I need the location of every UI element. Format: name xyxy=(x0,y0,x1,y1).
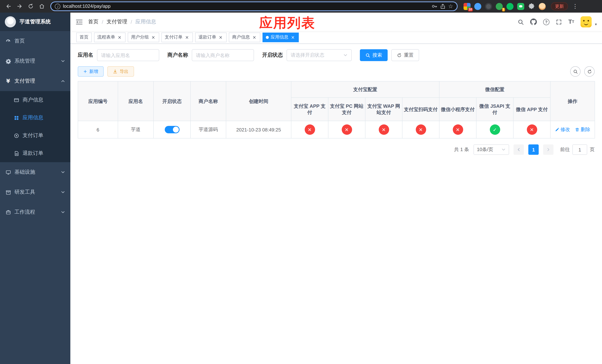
reset-button[interactable]: 重置 xyxy=(391,49,419,61)
page-size-select[interactable]: 10条/页 xyxy=(473,144,509,155)
app-name-input[interactable] xyxy=(97,49,159,61)
close-icon[interactable]: × xyxy=(218,35,223,40)
tab-refund-orders[interactable]: 退款订单 × xyxy=(195,32,226,42)
status-toggle[interactable] xyxy=(165,126,179,133)
search-button[interactable]: 搜索 xyxy=(360,49,388,61)
search-icon[interactable] xyxy=(517,19,524,25)
fullscreen-icon[interactable] xyxy=(556,19,562,25)
column-header-merchant: 商户名称 xyxy=(191,81,226,121)
forward-button[interactable] xyxy=(15,1,24,11)
key-icon[interactable] xyxy=(431,3,437,9)
yen-icon: ¥ xyxy=(5,78,11,84)
font-size-icon[interactable]: TT xyxy=(568,19,574,25)
face-extension-icon[interactable] xyxy=(539,3,546,10)
cell-app-id: 6 xyxy=(78,121,118,138)
close-icon[interactable]: × xyxy=(117,35,122,40)
breadcrumb-home[interactable]: 首页 xyxy=(88,19,98,25)
puzzle-extension-icon[interactable] xyxy=(528,3,535,10)
extension-badge: 1 xyxy=(502,8,505,11)
back-button[interactable] xyxy=(4,1,13,11)
sidebar-item-infrastructure[interactable]: 基础设施 xyxy=(0,162,70,182)
home-button[interactable] xyxy=(37,1,47,11)
tab-merchant-info[interactable]: 商户信息 × xyxy=(229,32,260,42)
close-icon[interactable]: × xyxy=(184,35,190,40)
cell-merchant: 芋道源码 xyxy=(191,121,226,138)
extensions-area: 10 1 xyxy=(461,3,549,10)
drop-extension-icon[interactable] xyxy=(474,3,481,10)
edit-button[interactable]: 修改 xyxy=(555,126,570,133)
tab-user-group[interactable]: 用户分组 × xyxy=(128,32,159,42)
goto-page-input[interactable] xyxy=(572,144,587,155)
browser-toolbar: i localhost:1024/pay/app ☆ 10 1 更新 ⋮ xyxy=(0,0,602,13)
merchant-name-input[interactable] xyxy=(192,49,254,61)
tab-payment-orders[interactable]: 支付订单 × xyxy=(161,32,193,42)
tab-home[interactable]: 首页 xyxy=(76,32,92,42)
close-icon[interactable]: × xyxy=(151,35,156,40)
url-bar[interactable]: i localhost:1024/pay/app ☆ xyxy=(50,1,458,11)
wechat-extension-icon[interactable] xyxy=(506,3,514,10)
sidebar-item-payment-orders[interactable]: 支付订单 xyxy=(0,127,70,144)
close-icon[interactable]: × xyxy=(252,35,257,40)
table-toolbar: + 新增 导出 xyxy=(78,66,595,77)
tab-process-form[interactable]: 流程表单 × xyxy=(94,32,126,42)
column-header-alipay-qr: 支付宝扫码支付 xyxy=(402,97,439,121)
status-select[interactable]: 请选择开启状态 xyxy=(287,49,352,61)
breadcrumb-separator: / xyxy=(102,19,103,25)
sidebar-item-system[interactable]: 系统管理 xyxy=(0,51,70,71)
column-header-created: 创建时间 xyxy=(226,81,291,121)
browser-menu-icon[interactable]: ⋮ xyxy=(570,3,580,10)
toggle-search-button[interactable] xyxy=(570,66,580,77)
sidebar-item-workflow[interactable]: 工作流程 xyxy=(0,202,70,222)
sidebar-item-dev-tools[interactable]: 研发工具 xyxy=(0,182,70,202)
app-name-label: 应用名 xyxy=(78,52,93,58)
channel-status-icon xyxy=(416,124,426,135)
sidebar-item-app-info[interactable]: 应用信息 xyxy=(0,109,70,127)
breadcrumb-payment[interactable]: 支付管理 xyxy=(107,19,127,25)
refresh-icon xyxy=(587,69,592,74)
refresh-table-button[interactable] xyxy=(584,66,595,77)
user-avatar[interactable] xyxy=(580,16,592,27)
current-page-button[interactable]: 1 xyxy=(528,144,539,155)
delete-button[interactable]: 删除 xyxy=(575,126,590,133)
sidebar-item-merchant-info[interactable]: 商户信息 xyxy=(0,91,70,109)
add-button[interactable]: + 新增 xyxy=(78,66,104,77)
sidebar-item-home[interactable]: 首页 xyxy=(0,31,70,51)
reload-button[interactable] xyxy=(26,1,35,11)
bookmark-star-icon[interactable]: ☆ xyxy=(448,3,453,9)
column-header-wechat-app: 微信 APP 支付 xyxy=(513,97,550,121)
app-title: 芋道管理系统 xyxy=(20,19,51,25)
url-text: localhost:1024/pay/app xyxy=(63,4,429,9)
prev-page-button[interactable] xyxy=(514,144,524,155)
logo-avatar xyxy=(5,16,16,27)
goto-label: 前往 xyxy=(560,146,570,153)
share-icon[interactable] xyxy=(440,3,446,9)
search-icon xyxy=(573,69,578,74)
goto-unit: 页 xyxy=(590,146,595,153)
github-icon[interactable] xyxy=(530,19,537,25)
top-navbar: 首页 / 支付管理 / 应用信息 ? xyxy=(70,13,602,31)
green-avatar-extension-icon[interactable]: 1 xyxy=(496,3,503,10)
chevron-down-icon xyxy=(501,147,506,152)
cell-created: 2021-10-23 08:49:25 xyxy=(226,121,291,138)
chat-extension-icon[interactable] xyxy=(517,3,524,10)
status-label: 开启状态 xyxy=(262,52,283,58)
cell-status xyxy=(153,121,191,138)
next-page-button[interactable] xyxy=(543,144,553,155)
tab-app-info[interactable]: 应用信息 × xyxy=(262,32,299,42)
sidebar-collapse-button[interactable] xyxy=(70,13,88,31)
filter-form: 应用名 商户名称 开启状态 请选择开启状态 xyxy=(78,49,595,61)
app-table: 应用编号 应用名 开启状态 商户名称 创建时间 支付宝配置 微信配置 操作 支付… xyxy=(78,81,595,139)
sidebar-item-refund-orders[interactable]: 退款订单 xyxy=(0,144,70,162)
site-info-icon[interactable]: i xyxy=(55,3,60,9)
browser-update-button[interactable]: 更新 xyxy=(551,2,568,10)
channel-status-icon xyxy=(527,124,537,135)
grid-extension-icon[interactable]: 10 xyxy=(463,3,471,10)
help-icon[interactable]: ? xyxy=(543,19,549,25)
sidebar-item-payment[interactable]: ¥ 支付管理 xyxy=(0,71,70,91)
breadcrumb: 首页 / 支付管理 / 应用信息 xyxy=(88,19,156,25)
close-icon[interactable]: × xyxy=(290,35,295,40)
dark-extension-icon[interactable] xyxy=(485,3,492,10)
dashboard-icon xyxy=(5,38,11,44)
caret-down-icon[interactable]: ▾ xyxy=(595,22,597,27)
export-button[interactable]: 导出 xyxy=(107,66,134,77)
